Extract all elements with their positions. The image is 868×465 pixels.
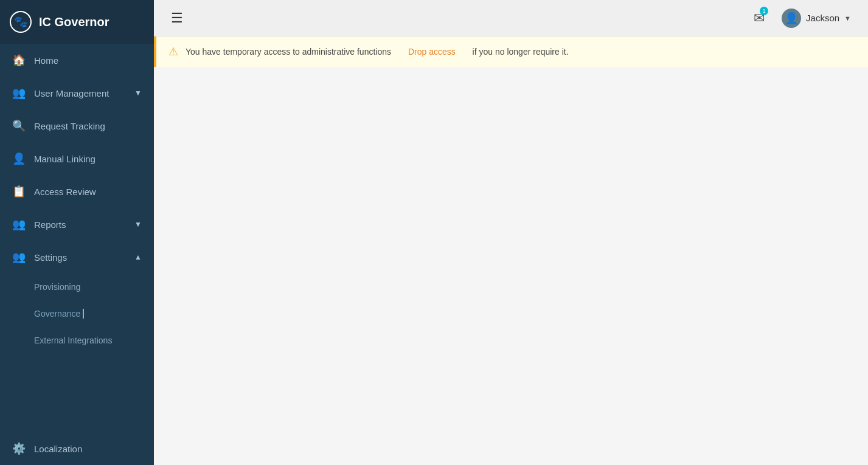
sidebar-item-request-tracking[interactable]: 🔍 Request Tracking (0, 109, 154, 142)
chevron-down-icon: ▼ (134, 89, 142, 97)
access-review-icon: 📋 (12, 185, 26, 198)
mail-badge: 1 (760, 7, 768, 15)
sidebar-item-home-label: Home (34, 55, 142, 66)
user-menu-button[interactable]: 👤 Jackson ▼ (777, 6, 856, 30)
avatar-icon: 👤 (785, 12, 798, 25)
username-label: Jackson (806, 13, 839, 23)
reports-icon: 👥 (12, 218, 26, 231)
sidebar-item-user-management-label: User Management (34, 88, 132, 98)
sidebar-item-reports-label: Reports (34, 219, 132, 230)
alert-message-after: if you no longer require it. (473, 47, 569, 57)
sidebar-item-request-tracking-label: Request Tracking (34, 121, 142, 131)
localization-icon: ⚙️ (12, 442, 26, 455)
sidebar-item-home[interactable]: 🏠 Home (0, 44, 154, 77)
app-logo: 🐾 (10, 11, 32, 33)
sidebar-item-access-review-label: Access Review (34, 187, 142, 197)
topbar-right: ✉ 1 👤 Jackson ▼ (751, 6, 856, 30)
sidebar-item-provisioning[interactable]: Provisioning (0, 274, 154, 300)
app-title: IC Governor (39, 15, 109, 29)
sidebar-item-reports[interactable]: 👥 Reports ▼ (0, 208, 154, 241)
chevron-down-icon-reports: ▼ (134, 220, 142, 229)
manual-linking-icon: 👤 (12, 152, 26, 165)
alert-banner: ⚠ You have temporary access to administr… (154, 36, 868, 67)
sidebar-item-external-integrations-label: External Integrations (34, 336, 112, 345)
sidebar-item-localization-label: Localization (34, 444, 142, 454)
main-area: ☰ ✉ 1 👤 Jackson ▼ ⚠ You have temporary a… (154, 0, 868, 465)
request-tracking-icon: 🔍 (12, 119, 26, 133)
drop-access-link[interactable]: Drop access (408, 47, 456, 57)
alert-icon: ⚠ (168, 45, 178, 58)
page-body (154, 67, 868, 91)
sidebar-header: 🐾 IC Governor (0, 0, 154, 44)
avatar: 👤 (782, 9, 801, 28)
home-icon: 🏠 (12, 53, 26, 67)
sidebar-item-access-review[interactable]: 📋 Access Review (0, 175, 154, 208)
mail-button[interactable]: ✉ 1 (751, 8, 767, 29)
sidebar-item-provisioning-label: Provisioning (34, 282, 80, 292)
alert-message-before: You have temporary access to administrat… (186, 47, 391, 57)
user-management-icon: 👥 (12, 86, 26, 100)
sidebar-item-localization[interactable]: ⚙️ Localization (0, 432, 154, 465)
sidebar-item-manual-linking-label: Manual Linking (34, 154, 142, 164)
hamburger-icon: ☰ (171, 10, 183, 26)
topbar-left: ☰ (166, 8, 188, 29)
sidebar-item-external-integrations[interactable]: External Integrations (0, 327, 154, 354)
settings-icon: 👥 (12, 250, 26, 264)
sidebar-item-user-management[interactable]: 👥 User Management ▼ (0, 77, 154, 109)
hamburger-button[interactable]: ☰ (166, 8, 188, 29)
sidebar-item-settings-label: Settings (34, 252, 132, 263)
topbar: ☰ ✉ 1 👤 Jackson ▼ (154, 0, 868, 36)
sidebar-item-manual-linking[interactable]: 👤 Manual Linking (0, 142, 154, 175)
user-chevron-icon: ▼ (844, 15, 851, 22)
sidebar-item-governance-label: Governance (34, 309, 80, 319)
content-area: ⚠ You have temporary access to administr… (154, 36, 868, 465)
sidebar-item-settings[interactable]: 👥 Settings ▲ (0, 241, 154, 274)
sidebar: 🐾 IC Governor 🏠 Home 👥 User Management ▼… (0, 0, 154, 465)
logo-icon: 🐾 (14, 15, 27, 29)
sidebar-item-governance[interactable]: Governance (0, 300, 154, 327)
chevron-up-icon: ▲ (134, 253, 142, 261)
